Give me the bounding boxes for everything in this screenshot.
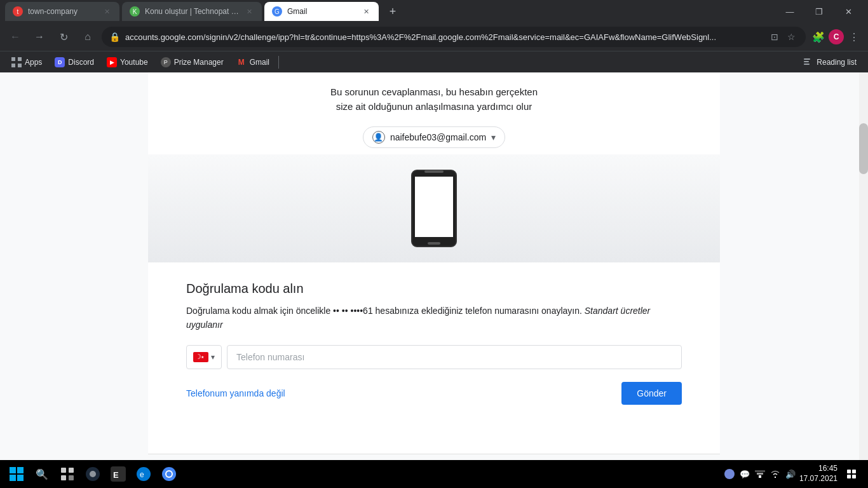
bookmark-star-icon[interactable]: ☆ [784,30,798,44]
time-display: 16:45 [799,464,837,474]
svg-rect-2 [11,64,15,67]
turkish-flag-icon [193,352,208,362]
reload-button[interactable]: ↻ [53,27,74,47]
discord-tray-icon[interactable] [723,468,736,480]
chat-tray-icon[interactable]: 💬 [738,468,751,480]
profile-avatar[interactable]: C [829,29,844,44]
tab-favicon-3: G [272,6,282,17]
network-tray-icon[interactable] [754,468,766,480]
tab-label-1: town-company [28,7,97,16]
wifi-tray-icon[interactable] [769,468,782,480]
maximize-button[interactable]: ❐ [804,0,834,23]
svg-rect-32 [847,470,851,473]
svg-rect-4 [804,58,810,60]
form-description: Doğrulama kodu almak için öncelikle •• •… [186,304,682,332]
url-text: accounts.google.com/signin/v2/challenge/… [125,32,763,42]
tab-technopat[interactable]: K Konu oluştur | Technopat Sosyal ✕ [122,2,262,21]
title-bar: t town-company ✕ K Konu oluştur | Techno… [0,0,868,23]
email-chip[interactable]: 👤 naifebufe03@gmail.com ▾ [363,126,505,148]
svg-rect-14 [17,475,24,481]
tab-town-company[interactable]: t town-company ✕ [5,2,119,21]
system-tray: 💬 🔊 [723,468,797,480]
phone-number-input[interactable] [227,345,682,369]
back-button[interactable]: ← [5,27,25,47]
svg-rect-15 [61,468,66,473]
epic-games-icon: E [111,466,126,482]
no-phone-link[interactable]: Telefonum yanımda değil [186,388,285,398]
svg-rect-1 [18,57,22,61]
phone-illustration-area [148,154,720,262]
scrollbar-thumb[interactable] [859,123,868,174]
bookmark-apps[interactable]: Apps [5,55,48,70]
window-controls: — ❐ ✕ [775,0,863,23]
bookmark-prize[interactable]: P Prize Manager [154,55,230,70]
start-button[interactable] [5,463,28,485]
bookmarks-separator [278,56,279,69]
taskbar-epic-icon[interactable]: E [107,463,130,485]
windows-logo-icon [9,466,24,482]
forward-button[interactable]: → [29,27,50,47]
cast-icon[interactable]: ⊡ [768,30,782,44]
task-view-button[interactable] [56,463,79,485]
top-line-2: size ait olduğunun anlaşılmasına yardımc… [186,100,682,114]
close-button[interactable]: ✕ [834,0,863,23]
tab-close-1[interactable]: ✕ [102,6,112,17]
taskbar-chrome-icon[interactable] [158,463,180,485]
notification-center-button[interactable] [840,463,863,485]
bookmarks-bar: Apps D Discord ▶ Youtube P Prize Manager… [0,51,868,72]
taskbar-clock[interactable]: 16:45 17.07.2021 [799,464,837,484]
tab-label-3: Gmail [287,7,356,16]
date-display: 17.07.2021 [799,474,837,484]
volume-tray-icon[interactable]: 🔊 [784,468,797,480]
menu-button[interactable]: ⋮ [845,28,863,46]
taskbar-edge-icon[interactable]: e [132,463,155,485]
tab-close-3[interactable]: ✕ [361,6,371,17]
form-section: Doğrulama kodu alın Doğrulama kodu almak… [148,269,720,417]
svg-point-20 [90,471,96,477]
bookmark-discord[interactable]: D Discord [48,55,100,70]
bookmark-youtube[interactable]: ▶ Youtube [100,55,154,70]
description-main: Doğrulama kodu almak için öncelikle •• •… [186,306,582,316]
bookmark-youtube-label: Youtube [120,58,148,67]
reading-list-icon [803,57,813,67]
svg-rect-11 [10,467,16,473]
tab-gmail[interactable]: G Gmail ✕ [264,2,379,21]
google-page: Bu sorunun cevaplanması, bu hesabın gerç… [148,72,720,454]
svg-rect-17 [61,475,66,480]
form-title: Doğrulama kodu alın [186,281,682,296]
discord-icon: D [55,57,65,67]
svg-rect-30 [757,473,763,475]
user-icon: 👤 [372,131,385,144]
new-tab-button[interactable]: + [384,3,402,20]
network-icon [755,469,765,479]
taskbar-search-button[interactable]: 🔍 [31,463,53,485]
tab-close-2[interactable]: ✕ [244,6,254,17]
chrome-icon [161,466,177,482]
svg-rect-0 [11,57,15,61]
svg-rect-18 [69,475,74,480]
home-button[interactable]: ⌂ [78,27,98,47]
country-select[interactable]: ▾ [186,345,222,369]
taskbar-steam-icon[interactable] [81,463,104,485]
bookmark-gmail[interactable]: M Gmail [230,55,276,70]
scrollbar[interactable] [859,72,868,460]
address-bar[interactable]: 🔒 accounts.google.com/signin/v2/challeng… [102,27,806,47]
reading-list-label: Reading list [817,58,857,67]
page-footer: Türkçe ▾ Yardım Gizlilik Şartlar [148,454,720,460]
svg-rect-35 [852,475,856,478]
svg-rect-8 [415,177,453,237]
page-top-text: Bu sorunun cevaplanması, bu hesabın gerç… [148,72,720,120]
reading-list-button[interactable]: Reading list [797,55,863,70]
nav-bar: ← → ↻ ⌂ 🔒 accounts.google.com/signin/v2/… [0,23,868,51]
tab-favicon-1: t [13,6,23,17]
steam-icon [85,466,100,482]
toolbar-right: 🧩 C ⋮ [810,28,863,46]
bookmark-apps-label: Apps [25,58,42,67]
minimize-button[interactable]: — [775,0,804,23]
phone-svg [402,167,466,250]
notification-center-icon [846,468,857,480]
dropdown-arrow-icon: ▾ [211,353,215,362]
extensions-button[interactable]: 🧩 [810,28,827,46]
search-icon: 🔍 [36,468,48,480]
submit-button[interactable]: Gönder [621,382,682,405]
